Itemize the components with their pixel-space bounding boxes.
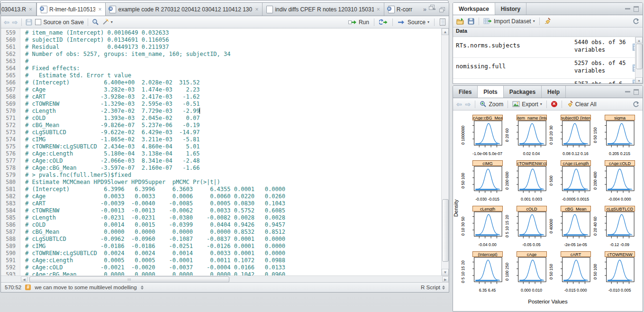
y-tick-labels: 0 500 <box>549 175 553 185</box>
panel-y-ticks: 0 1000000 <box>454 120 472 150</box>
search-icon[interactable] <box>92 18 99 26</box>
editor-status-bar: 570:52 # we can move to some multilevel … <box>1 282 449 292</box>
compile-notebook-icon[interactable] <box>439 18 446 26</box>
panel-strip-title: sigma <box>605 115 635 120</box>
run-icon <box>348 19 357 25</box>
tab-overflow-chevron-icon[interactable]: » <box>423 6 426 13</box>
density-curve-svg <box>561 120 591 150</box>
clear-all-plots-button[interactable]: Clear All <box>566 101 597 108</box>
refresh-icon[interactable] <box>633 18 639 25</box>
clear-workspace-broom-icon[interactable] <box>544 18 551 25</box>
line-number: 590 <box>1 250 20 257</box>
scrollbar-thumb[interactable] <box>29 276 229 283</box>
scroll-left-icon[interactable]: ◀ <box>21 276 27 282</box>
maximize-pane-icon[interactable] <box>634 6 639 12</box>
editor-tab[interactable]: RR-lmer-full-110513.R× <box>36 3 106 16</box>
close-icon[interactable]: × <box>377 6 380 13</box>
scroll-right-icon[interactable]: ▶ <box>442 276 449 282</box>
save-workspace-icon[interactable] <box>468 18 474 25</box>
y-tick-labels: 0 1000000 <box>461 126 465 145</box>
tab-workspace[interactable]: Workspace <box>453 3 495 15</box>
tab-help[interactable]: Help <box>542 86 566 98</box>
editor-body: 5595605615625635645655665675685695705715… <box>1 28 449 275</box>
source-on-save-toggle[interactable]: Source on Save <box>35 19 83 26</box>
close-icon[interactable]: × <box>98 6 101 13</box>
open-workspace-icon[interactable] <box>456 18 464 25</box>
maximize-pane-icon[interactable] <box>634 89 639 95</box>
workspace-object-row[interactable]: RTs.norms.subjects5440 obs. of 36 variab… <box>453 37 643 58</box>
scroll-down-icon[interactable]: ▼ <box>442 269 449 275</box>
density-panel: cIMG0 50 100-0.030 -0.015 <box>461 159 505 204</box>
close-icon[interactable]: × <box>255 6 258 13</box>
tab-packages[interactable]: Packages <box>504 86 542 98</box>
workspace-object-row[interactable]: nomissing.full5257 obs. of 45 variables <box>453 58 643 79</box>
object-name: RTs.norms.subjects <box>453 37 574 57</box>
code-line: # cAge:cBG_Mean -3.597e-07 2.160e-07 -1.… <box>25 165 441 172</box>
editor-horizontal-scrollbar[interactable]: ◀ ▶ <box>1 275 449 282</box>
panel-x-ticks: -0.0005 0.0015 <box>558 197 593 202</box>
section-icon: # <box>25 284 31 290</box>
panel-strip-title: cTOWRENW:cLgSUBTLCD <box>517 160 547 166</box>
save-icon[interactable] <box>26 19 32 26</box>
restore-pane-icon[interactable] <box>429 5 435 9</box>
run-button[interactable]: Run <box>348 19 369 26</box>
tab-files[interactable]: Files <box>453 86 478 98</box>
remove-plot-icon[interactable]: ✕ <box>551 101 557 107</box>
forward-icon[interactable]: ⇨ <box>12 18 18 26</box>
line-number: 560 <box>1 37 20 44</box>
file-type-selector[interactable]: R Script <box>421 284 445 290</box>
y-tick-labels: 0 10 30 50 <box>461 217 465 236</box>
export-image-icon <box>512 101 520 107</box>
source-on-save-checkbox[interactable] <box>35 19 41 25</box>
editor-tab[interactable]: Rexample code R 270312 020412 030412 110… <box>106 3 263 16</box>
next-plot-icon[interactable]: ⇨ <box>465 101 471 108</box>
rerun-button[interactable] <box>379 19 388 25</box>
minimize-pane-icon[interactable] <box>625 8 630 9</box>
density-panel: cBG_Mean0 40000-2e-05 1e-05 <box>549 204 593 250</box>
scroll-up-icon[interactable]: ▲ <box>635 37 643 43</box>
scrollbar-thumb[interactable] <box>636 44 643 69</box>
code-editor[interactable]: # item_name (Intercept) 0.0010649 0.0326… <box>20 28 441 275</box>
line-number: 577 <box>1 157 20 165</box>
editor-vertical-scrollbar[interactable]: ▲ ▼ <box>441 28 449 275</box>
editor-tab[interactable]: RR-corr <box>384 3 419 16</box>
y-tick-labels: 0 5 10 15 20 <box>461 260 465 283</box>
restore-pane-icon[interactable] <box>439 7 445 12</box>
tab-plots[interactable]: Plots <box>478 86 503 98</box>
code-line: # cAge:cLength 5.180e-04 3.138e-04 1.65 <box>25 150 441 157</box>
close-icon[interactable]: × <box>29 6 32 13</box>
chevron-down-icon: ▾ <box>427 20 429 24</box>
code-line: # cAge:cBG_Mean 0.0000 0.0000 0.0000 0.0… <box>25 271 441 275</box>
y-tick-labels: 0 200 400 <box>593 172 598 190</box>
line-number: 567 <box>1 86 20 93</box>
scrollbar-thumb[interactable] <box>442 199 449 262</box>
previous-plot-icon[interactable]: ⇦ <box>456 101 462 108</box>
scroll-up-icon[interactable]: ▲ <box>442 28 449 35</box>
source-button[interactable]: Source ▾ <box>398 19 429 26</box>
workspace-scrollbar[interactable]: ▲ ▼ <box>635 37 643 83</box>
code-line: # cTOWRENW:cLgSUBTLCD 2.434e-03 4.860e-0… <box>25 143 441 150</box>
code-tools-button[interactable]: ▾ <box>102 18 113 26</box>
back-icon[interactable]: ⇦ <box>4 18 9 26</box>
import-dataset-button[interactable]: Import Dataset ▾ <box>483 18 535 25</box>
density-panel: cTOWRENW:cLgSUBTLCD0 200 6000.001 0.003 <box>505 159 549 204</box>
toolbar-separator <box>546 101 547 108</box>
zoom-plot-button[interactable]: Zoom <box>480 101 503 108</box>
panel-strip-title: cAge:cBG_Mean <box>472 115 503 120</box>
data-section-header: Data <box>453 28 643 37</box>
minimize-pane-icon[interactable] <box>625 91 630 92</box>
line-number: 578 <box>1 165 20 172</box>
object-name: nomissing.full <box>453 58 574 78</box>
refresh-icon[interactable] <box>633 101 639 108</box>
tab-history[interactable]: History <box>495 3 526 15</box>
editor-tab[interactable]: 030413.R× <box>1 3 36 16</box>
panel-y-ticks: 0 5 10 15 20 <box>454 257 472 286</box>
toolbar-separator <box>562 101 562 108</box>
workspace-object-row[interactable]: subjects.full5257 obs. of 6 <box>453 79 643 83</box>
density-panel: cAge:cOLD0 200 400-0.004 0.000 <box>593 159 637 204</box>
export-plot-button[interactable]: Export ▾ <box>512 101 542 108</box>
scroll-down-icon[interactable]: ▼ <box>635 77 643 83</box>
scope-navigator[interactable]: we can move to some multilevel modelling <box>35 284 143 290</box>
editor-tab[interactable]: indiv diffs CPEF R notes 120310 150310.t… <box>263 3 384 16</box>
panel-x-ticks: 0.08 0.12 0.16 <box>558 151 593 156</box>
